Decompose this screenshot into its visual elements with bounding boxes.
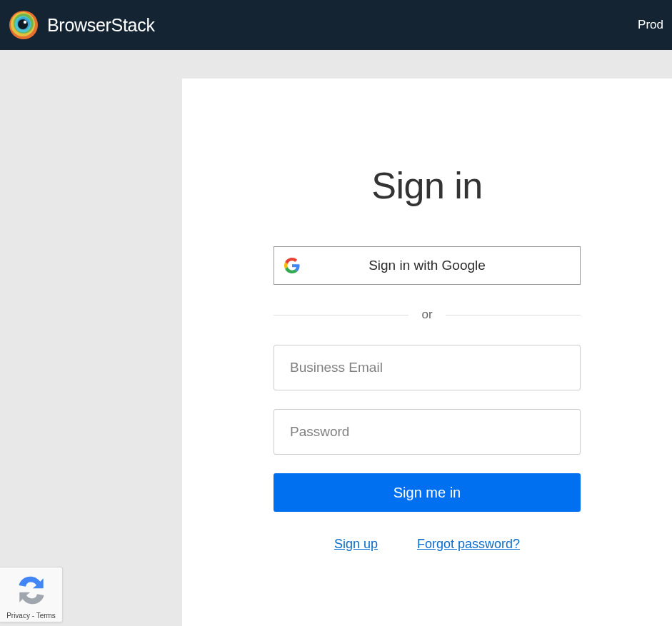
signup-link[interactable]: Sign up <box>334 537 378 552</box>
forgot-password-link[interactable]: Forgot password? <box>417 537 520 552</box>
browserstack-logo-icon <box>9 10 39 40</box>
links-row: Sign up Forgot password? <box>274 537 581 552</box>
nav-products-link[interactable]: Prod <box>638 18 663 32</box>
password-field[interactable] <box>274 409 581 455</box>
page-title: Sign in <box>274 164 581 207</box>
brand-name: BrowserStack <box>47 15 155 36</box>
divider-line-left <box>274 315 408 315</box>
svg-point-6 <box>24 21 26 24</box>
recaptcha-footnote: Privacy - Terms <box>6 612 56 620</box>
divider: or <box>274 308 581 322</box>
recaptcha-icon <box>16 575 47 609</box>
brand-logo-container[interactable]: BrowserStack <box>9 10 155 40</box>
email-field[interactable] <box>274 345 581 390</box>
google-signin-button[interactable]: Sign in with Google <box>274 246 581 285</box>
divider-text: or <box>408 308 445 322</box>
recaptcha-badge[interactable]: Privacy - Terms <box>0 567 63 622</box>
signin-submit-button[interactable]: Sign me in <box>274 473 581 512</box>
top-header: BrowserStack Prod <box>0 0 672 50</box>
signin-card: Sign in Sign in with Google or Sign me i… <box>182 79 672 626</box>
google-icon <box>284 258 300 273</box>
google-signin-label: Sign in with Google <box>368 258 486 273</box>
svg-point-5 <box>18 19 28 29</box>
divider-line-right <box>446 315 581 315</box>
